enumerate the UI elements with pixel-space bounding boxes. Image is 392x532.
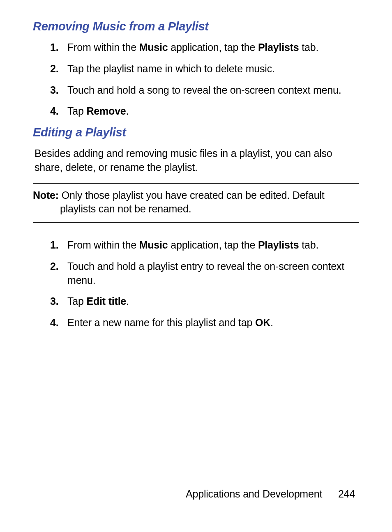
bold-text: OK bbox=[255, 317, 270, 328]
text: . bbox=[126, 105, 129, 117]
item-content: From within the Music application, tap t… bbox=[67, 238, 359, 252]
item-number: 2. bbox=[50, 62, 67, 76]
item-content: Touch and hold a song to reveal the on-s… bbox=[67, 83, 359, 97]
note-box: Note: Only those playlist you have creat… bbox=[33, 183, 359, 223]
text: From within the bbox=[67, 41, 139, 53]
text: tab. bbox=[299, 239, 319, 251]
item-content: Touch and hold a playlist entry to revea… bbox=[67, 260, 359, 288]
text: Tap bbox=[67, 105, 86, 117]
heading-removing-music: Removing Music from a Playlist bbox=[33, 20, 359, 33]
item-number: 4. bbox=[50, 316, 67, 330]
list-section1: 1. From within the Music application, ta… bbox=[33, 41, 359, 118]
bold-text: Edit title bbox=[86, 295, 126, 307]
item-number: 2. bbox=[50, 260, 67, 288]
item-content: Tap Edit title. bbox=[67, 295, 359, 309]
list-item: 2. Touch and hold a playlist entry to re… bbox=[50, 260, 359, 288]
text: . bbox=[126, 295, 129, 307]
bold-text: Remove bbox=[86, 105, 126, 117]
item-content: From within the Music application, tap t… bbox=[67, 41, 359, 55]
footer-page-number: 244 bbox=[338, 488, 355, 500]
list-item: 1. From within the Music application, ta… bbox=[50, 41, 359, 55]
text: application, tap the bbox=[168, 239, 258, 251]
note-label: Note: bbox=[33, 189, 59, 201]
item-content: Tap Remove. bbox=[67, 104, 359, 118]
bold-text: Music bbox=[139, 41, 168, 53]
list-item: 4. Enter a new name for this playlist an… bbox=[50, 316, 359, 330]
intro-paragraph: Besides adding and removing music files … bbox=[33, 147, 359, 175]
list-item: 2. Tap the playlist name in which to del… bbox=[50, 62, 359, 76]
footer-chapter: Applications and Development bbox=[186, 488, 322, 500]
item-number: 3. bbox=[50, 295, 67, 309]
text: Tap bbox=[67, 295, 86, 307]
text: application, tap the bbox=[168, 41, 258, 53]
bold-text: Playlists bbox=[258, 41, 299, 53]
note-text-cont: playlists can not be renamed. bbox=[33, 202, 359, 216]
heading-editing-playlist: Editing a Playlist bbox=[33, 126, 359, 139]
list-item: 4. Tap Remove. bbox=[50, 104, 359, 118]
item-content: Enter a new name for this playlist and t… bbox=[67, 316, 359, 330]
text: From within the bbox=[67, 239, 139, 251]
item-number: 1. bbox=[50, 238, 67, 252]
note-text: Only those playlist you have created can… bbox=[59, 189, 325, 201]
list-item: 3. Tap Edit title. bbox=[50, 295, 359, 309]
list-item: 3. Touch and hold a song to reveal the o… bbox=[50, 83, 359, 97]
list-section2: 1. From within the Music application, ta… bbox=[33, 238, 359, 330]
text: Enter a new name for this playlist and t… bbox=[67, 317, 255, 328]
page-footer: Applications and Development 244 bbox=[186, 488, 355, 500]
item-number: 1. bbox=[50, 41, 67, 55]
item-content: Tap the playlist name in which to delete… bbox=[67, 62, 359, 76]
text: tab. bbox=[299, 41, 319, 53]
text: . bbox=[270, 317, 273, 328]
list-item: 1. From within the Music application, ta… bbox=[50, 238, 359, 252]
bold-text: Playlists bbox=[258, 239, 299, 251]
bold-text: Music bbox=[139, 239, 168, 251]
item-number: 3. bbox=[50, 83, 67, 97]
item-number: 4. bbox=[50, 104, 67, 118]
